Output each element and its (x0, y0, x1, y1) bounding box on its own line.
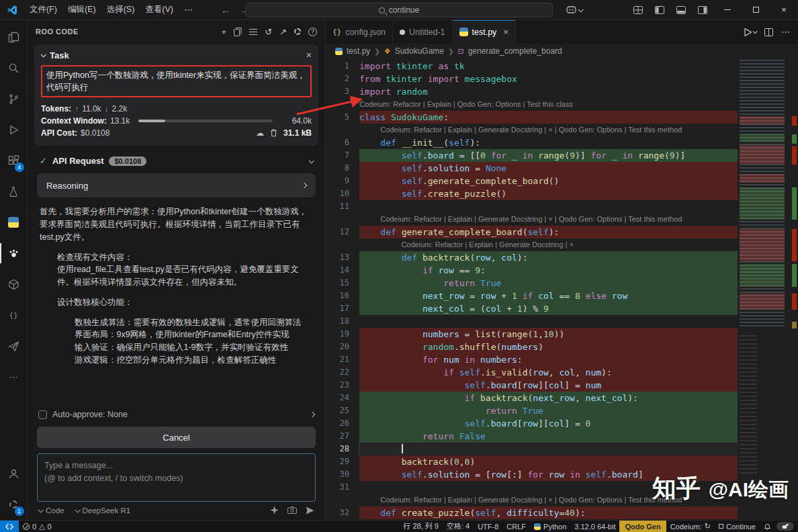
codelens[interactable]: Codeium: Refactor | Explain | Generate D… (359, 213, 682, 226)
menu-edit[interactable]: 编辑(E) (62, 4, 101, 15)
menu-file[interactable]: 文件(F) (24, 4, 62, 15)
close-tab-icon[interactable]: × (503, 27, 508, 37)
codeium-status[interactable]: Codeium:↻ (666, 521, 715, 532)
split-editor-icon[interactable] (764, 28, 773, 36)
auto-approve-checkbox[interactable] (38, 410, 47, 419)
minimap[interactable] (738, 58, 790, 520)
cursor-position[interactable]: 行 28, 列 9 (399, 521, 443, 532)
codelens-row[interactable]: Codeium: Refactor | Explain | Qodo Gen: … (326, 98, 738, 111)
customize-layout-icon[interactable] (627, 0, 649, 19)
code-row[interactable]: 12 def generate_complete_board(self): (326, 226, 738, 238)
continue-status[interactable]: Continue (715, 521, 760, 532)
open-in-editor-icon[interactable]: ↗ (279, 27, 287, 37)
message-input[interactable]: Type a message... (@ to add context, / t… (37, 453, 316, 502)
more-actions-icon[interactable]: ⋯ (781, 27, 790, 37)
breadcrumb-method[interactable]: generate_complete_board (468, 46, 562, 56)
history-icon[interactable]: ↺ (265, 27, 272, 37)
roo-code-icon[interactable] (0, 238, 28, 269)
toggle-panel-icon[interactable] (670, 0, 692, 19)
run-debug-icon[interactable] (0, 114, 28, 145)
code-row[interactable]: 13 def backtrack(row, col): (326, 251, 738, 264)
code-row[interactable]: 20 random.shuffle(numbers) (326, 341, 738, 353)
qodo-gen-status[interactable]: Qodo Gen (619, 521, 666, 532)
code-row[interactable]: 5class SudokuGame: (326, 111, 738, 124)
code-row[interactable]: 7 self.board = [[0 for _ in range(9)] fo… (326, 149, 738, 162)
menu-view[interactable]: 查看(V) (140, 4, 179, 15)
codelens-row[interactable]: Codeium: Refactor | Explain | Generate D… (326, 124, 738, 136)
back-icon[interactable]: ← (221, 5, 230, 15)
code-row[interactable]: 15 return True (326, 277, 738, 290)
screenshot-icon[interactable] (287, 506, 297, 514)
cloud-icon[interactable]: ☁ (256, 128, 264, 138)
enhance-prompt-icon[interactable] (270, 506, 279, 515)
auto-approve-row[interactable]: Auto-approve: None (28, 406, 325, 423)
code-row[interactable]: 14 if row == 9: (326, 264, 738, 277)
more-views-icon[interactable]: ⋯ (0, 361, 28, 392)
minimize-button[interactable] (713, 0, 742, 19)
send-icon[interactable] (306, 506, 314, 515)
code-row[interactable]: 28 (326, 443, 738, 455)
explorer-icon[interactable] (0, 21, 28, 52)
account-icon[interactable] (0, 458, 28, 489)
command-center-search[interactable]: continue (245, 3, 553, 17)
python-interpreter[interactable]: 3.12.0 64-bit (570, 521, 619, 532)
copilot-button[interactable] (560, 0, 588, 19)
tab-config-json[interactable]: {} config.json (326, 20, 393, 44)
tab-untitled-1[interactable]: Untitled-1 (393, 20, 453, 44)
package-icon[interactable] (0, 269, 28, 300)
eol-sequence[interactable]: CRLF (502, 521, 530, 532)
code-row[interactable]: 26 self.board[row][col] = 0 (326, 417, 738, 430)
api-request-row[interactable]: ✓ API Request $0.0108 (28, 150, 325, 171)
rocket-icon[interactable] (0, 330, 28, 361)
code-row[interactable]: 29 backtrack(0,0) (326, 455, 738, 468)
code-row[interactable]: 25 return True (326, 404, 738, 417)
code-row[interactable]: 16 next_row = row + 1 if col == 8 else r… (326, 290, 738, 302)
close-task-icon[interactable]: × (306, 50, 312, 60)
code-row[interactable]: 17 next_col = (col + 1) % 9 (326, 302, 738, 315)
menu-overflow[interactable]: ⋯ (179, 5, 198, 15)
help-icon[interactable]: ? (308, 28, 317, 36)
prompts-icon[interactable] (234, 28, 242, 36)
mcp-servers-icon[interactable] (249, 28, 257, 36)
close-button[interactable]: × (770, 0, 798, 19)
extensions-icon[interactable]: 4 (0, 145, 28, 176)
encoding[interactable]: UTF-8 (474, 521, 502, 532)
remote-indicator[interactable] (0, 521, 19, 532)
run-button[interactable] (744, 28, 756, 36)
code-row[interactable]: 23 self.board[row][col] = num (326, 379, 738, 392)
codelens-row[interactable]: Codeium: Refactor | Explain | Generate D… (326, 213, 738, 226)
code-row[interactable]: 2from tkinter import messagebox (326, 73, 738, 85)
cancel-button[interactable]: Cancel (37, 427, 316, 448)
codelens[interactable]: Codeium: Refactor | Explain | Generate D… (359, 494, 682, 506)
trash-icon[interactable] (270, 129, 277, 137)
code-row[interactable]: 9 self.generate_complete_board() (326, 175, 738, 187)
maximize-button[interactable] (742, 0, 770, 19)
codelens-row[interactable]: Codeium: Refactor | Explain | Generate D… (326, 238, 738, 251)
mode-selector[interactable]: Code (38, 506, 64, 515)
code-row[interactable]: 18 (326, 315, 738, 328)
code-row[interactable]: 21 for num in numbers: (326, 353, 738, 366)
settings-icon[interactable] (294, 27, 301, 37)
code-row[interactable]: 1import tkinter as tk (326, 60, 738, 73)
reasoning-toggle[interactable]: Reasoning (37, 173, 316, 197)
code-row[interactable]: 27 return False (326, 430, 738, 443)
code-row[interactable]: 32 def create_puzzle(self, difficulty=40… (326, 506, 738, 519)
code-row[interactable]: 11 (326, 200, 738, 213)
breadcrumb-class[interactable]: SudokuGame (395, 46, 444, 56)
code-row[interactable]: 22 if self.is_valid(row, col, num): (326, 366, 738, 379)
code-row[interactable]: 19 numbers = list(range(1,10)) (326, 328, 738, 341)
problems-indicator[interactable]: 0 △ 0 (19, 521, 56, 532)
collapse-chevron-icon[interactable] (40, 52, 46, 57)
testing-icon[interactable] (0, 176, 28, 207)
new-task-icon[interactable]: + (222, 27, 227, 37)
indentation[interactable]: 空格: 4 (443, 521, 474, 532)
tab-test-py[interactable]: test.py × (453, 20, 516, 44)
breadcrumb-file[interactable]: test.py (347, 46, 370, 56)
codelens[interactable]: Codeium: Refactor | Explain | Qodo Gen: … (359, 98, 573, 111)
python-icon[interactable] (0, 207, 28, 238)
menu-selection[interactable]: 选择(S) (101, 4, 140, 15)
code-row[interactable]: 8 self.solution = None (326, 162, 738, 175)
roo-status-badge[interactable] (777, 522, 794, 531)
codelens[interactable]: Codeium: Refactor | Explain | Generate D… (359, 124, 682, 136)
model-selector[interactable]: DeepSeek R1 (75, 506, 131, 515)
